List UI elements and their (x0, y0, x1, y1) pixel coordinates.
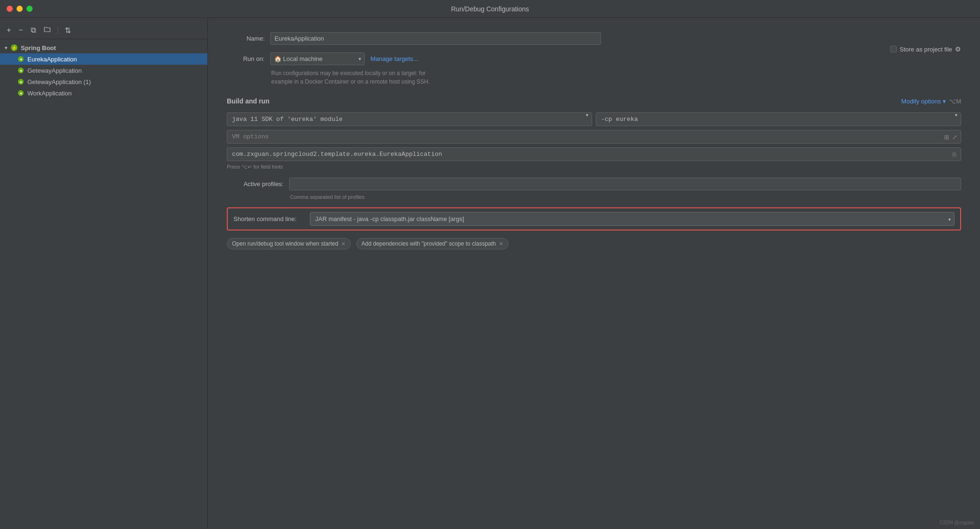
gear-icon[interactable]: ⚙ (955, 45, 961, 53)
window-title: Run/Debug Configurations (451, 5, 529, 13)
active-profiles-label: Active profiles: (227, 180, 284, 188)
titlebar: Run/Debug Configurations (0, 0, 980, 18)
sidebar: + − ⧉ ⇅ ▾ ⚡ Spring Boot (0, 18, 208, 529)
folder-button[interactable] (42, 25, 53, 36)
build-sdk-row: java 11 SDK of 'eureka' module ▾ -cp eur… (227, 112, 961, 126)
build-run-section-header: Build and run Modify options ▾ ⌥M (227, 97, 961, 105)
shorten-command-line-row: Shorten command line: JAR manifest - jav… (227, 207, 961, 230)
work-icon: ✦ (17, 89, 25, 97)
name-label: Name: (227, 35, 265, 42)
checkboxes-row: Open run/debug tool window when started … (227, 238, 961, 249)
run-on-select-wrapper: 🏠 Local machine Docker SSH ▾ (270, 52, 365, 65)
minimize-button[interactable] (17, 6, 23, 12)
checkbox-open-run-debug-close-icon[interactable]: ✕ (341, 241, 345, 247)
run-on-label: Run on: (227, 55, 265, 62)
add-button[interactable]: + (5, 25, 13, 35)
tree-group-label: Spring Boot (21, 44, 56, 51)
vm-options-input[interactable] (227, 130, 961, 144)
sdk-select[interactable]: java 11 SDK of 'eureka' module (227, 112, 592, 126)
modify-options-label: Modify options (901, 98, 941, 105)
vm-icons: ⊞ ⤢ (944, 133, 957, 140)
profiles-hint: Comma separated list of profiles (290, 194, 961, 200)
vm-fullscreen-icon[interactable]: ⤢ (952, 133, 957, 140)
run-hint: Run configurations may be executed local… (271, 69, 961, 86)
store-project-file-label: Store as project file (900, 46, 952, 53)
shortcut-hint: ⌥M (949, 98, 961, 105)
svg-text:✦: ✦ (19, 69, 23, 73)
tree-item-eureka[interactable]: ✦ EurekaApplication (0, 53, 207, 65)
shorten-select[interactable]: JAR manifest - java -cp classpath.jar cl… (310, 212, 954, 226)
tree-item-label-geteway: GetewayApplication (27, 67, 82, 74)
close-button[interactable] (7, 6, 13, 12)
shorten-command-line-label: Shorten command line: (233, 215, 304, 222)
toolbar-divider (58, 26, 58, 34)
name-row: Name: (227, 32, 961, 45)
spring-boot-icon: ⚡ (10, 44, 18, 51)
store-project-file-row: Store as project file ⚙ (890, 45, 961, 53)
traffic-lights (7, 6, 33, 12)
sidebar-toolbar: + − ⧉ ⇅ (0, 22, 207, 39)
active-profiles-input[interactable] (289, 178, 961, 190)
config-panel: Store as project file ⚙ Name: Run on: 🏠 … (208, 18, 980, 529)
main-class-copy-icon[interactable]: ⎘ (953, 151, 956, 158)
svg-text:✦: ✦ (19, 58, 23, 62)
vm-options-row: ⊞ ⤢ (227, 130, 961, 144)
vm-expand-icon[interactable]: ⊞ (944, 133, 949, 140)
tree-item-geteway[interactable]: ✦ GetewayApplication (0, 65, 207, 76)
run-on-select[interactable]: Local machine Docker SSH (270, 52, 365, 65)
cp-select-wrapper: -cp eureka ▾ (596, 112, 961, 126)
cp-select[interactable]: -cp eureka (596, 112, 961, 126)
sdk-select-wrapper: java 11 SDK of 'eureka' module ▾ (227, 112, 592, 126)
checkbox-open-run-debug[interactable]: Open run/debug tool window when started … (227, 238, 351, 249)
watermark: CSDN @zxguan (939, 520, 974, 525)
manage-targets-link[interactable]: Manage targets... (370, 55, 418, 62)
svg-text:✦: ✦ (19, 80, 23, 85)
checkbox-add-dependencies-label: Add dependencies with "provided" scope t… (361, 240, 496, 247)
build-run-title: Build and run (227, 97, 269, 105)
tree-item-geteway1[interactable]: ✦ GetewayApplication (1) (0, 76, 207, 87)
tree-arrow-icon: ▾ (5, 45, 8, 51)
name-input[interactable] (270, 32, 601, 45)
copy-button[interactable]: ⧉ (29, 25, 38, 35)
run-on-row: Run on: 🏠 Local machine Docker SSH ▾ Man… (227, 52, 961, 65)
remove-button[interactable]: − (17, 25, 25, 35)
tree-item-label-geteway1: GetewayApplication (1) (27, 78, 91, 85)
geteway1-icon: ✦ (17, 78, 25, 85)
main-class-input[interactable] (227, 147, 961, 161)
tree-section: ▾ ⚡ Spring Boot ✦ EurekaApplic (0, 41, 207, 100)
main-layout: + − ⧉ ⇅ ▾ ⚡ Spring Boot (0, 18, 980, 529)
modify-options-group: Modify options ▾ ⌥M (901, 98, 961, 105)
modify-options-button[interactable]: Modify options ▾ (901, 98, 946, 105)
active-profiles-row: Active profiles: (227, 178, 961, 190)
tree-item-work[interactable]: ✦ WorkApplication (0, 87, 207, 99)
store-project-file-checkbox[interactable] (890, 46, 897, 52)
sort-button[interactable]: ⇅ (63, 25, 73, 36)
tree-group-header[interactable]: ▾ ⚡ Spring Boot (0, 42, 207, 53)
maximize-button[interactable] (26, 6, 33, 12)
modify-options-arrow-icon: ▾ (943, 98, 946, 105)
checkbox-add-dependencies-close-icon[interactable]: ✕ (499, 241, 503, 247)
field-hint: Press ⌥↵ for field hints (227, 164, 961, 170)
main-class-row: ⎘ (227, 147, 961, 161)
svg-text:✦: ✦ (19, 92, 23, 96)
tree-item-label-eureka: EurekaApplication (27, 56, 77, 63)
geteway-icon: ✦ (17, 67, 25, 74)
eureka-icon: ✦ (17, 55, 25, 63)
tree-item-label-work: WorkApplication (27, 90, 72, 97)
shorten-select-wrapper: JAR manifest - java -cp classpath.jar cl… (310, 212, 954, 226)
checkbox-add-dependencies[interactable]: Add dependencies with "provided" scope t… (356, 238, 508, 249)
checkbox-open-run-debug-label: Open run/debug tool window when started (232, 240, 338, 247)
svg-text:⚡: ⚡ (11, 45, 17, 51)
